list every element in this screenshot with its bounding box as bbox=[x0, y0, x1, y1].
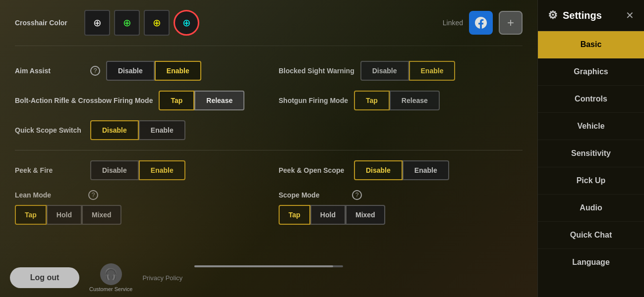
logout-button[interactable]: Log out bbox=[10, 267, 79, 288]
shotgun-tap[interactable]: Tap bbox=[354, 91, 390, 110]
linked-label: Linked bbox=[443, 19, 463, 27]
shotgun-label: Shotgun Firing Mode bbox=[279, 97, 348, 104]
nav-item-controls[interactable]: Controls bbox=[538, 86, 644, 113]
crosshair-icon-cyan: ⊕ bbox=[182, 18, 191, 28]
aim-assist-row: Aim Assist ? Disable Enable bbox=[15, 61, 259, 81]
main-content: Crosshair Color ⊕ ⊕ ⊕ ⊕ Linked + bbox=[0, 0, 537, 297]
peek-fire-buttons: Disable Enable bbox=[90, 160, 185, 180]
aim-assist-label: Aim Assist bbox=[15, 67, 84, 75]
peek-scope-buttons: Disable Enable bbox=[354, 160, 449, 180]
facebook-icon bbox=[475, 17, 487, 29]
bolt-action-row: Bolt-Action Rifle & Crossbow Firing Mode… bbox=[15, 91, 259, 110]
privacy-policy-link[interactable]: Privacy Policy bbox=[142, 274, 182, 282]
peek-scope-label: Peek & Open Scope bbox=[279, 166, 348, 174]
blocked-sight-enable[interactable]: Enable bbox=[409, 61, 456, 81]
crosshair-button-group: ⊕ ⊕ ⊕ ⊕ bbox=[84, 10, 199, 36]
lean-mode-label: Lean Mode bbox=[15, 191, 84, 199]
nav-item-quickchat[interactable]: Quick Chat bbox=[538, 222, 644, 249]
lean-mode-section: Lean Mode ? Tap Hold Mixed bbox=[15, 190, 259, 225]
lean-mode-mixed[interactable]: Mixed bbox=[82, 205, 121, 225]
settings-grid: Aim Assist ? Disable Enable Blocked Sigh… bbox=[15, 61, 523, 140]
scroll-bar[interactable] bbox=[194, 265, 343, 267]
peek-scope-row: Peek & Open Scope Disable Enable bbox=[279, 160, 523, 180]
scope-mode-buttons: Tap Hold Mixed bbox=[279, 205, 523, 225]
scope-mode-tap[interactable]: Tap bbox=[279, 205, 310, 225]
sidebar: ⚙ Settings ✕ Basic Graphics Controls Veh… bbox=[537, 0, 644, 297]
crosshair-section: Crosshair Color ⊕ ⊕ ⊕ ⊕ Linked + bbox=[15, 10, 523, 46]
nav-item-audio[interactable]: Audio bbox=[538, 195, 644, 222]
nav-item-pickup[interactable]: Pick Up bbox=[538, 167, 644, 195]
nav-item-sensitivity[interactable]: Sensitivity bbox=[538, 140, 644, 167]
sidebar-nav: Basic Graphics Controls Vehicle Sensitiv… bbox=[538, 31, 644, 297]
nav-item-graphics[interactable]: Graphics bbox=[538, 58, 644, 86]
scope-mode-label: Scope Mode bbox=[279, 191, 348, 199]
scope-mode-mixed[interactable]: Mixed bbox=[346, 205, 385, 225]
peek-fire-label: Peek & Fire bbox=[15, 166, 84, 174]
aim-assist-disable[interactable]: Disable bbox=[106, 61, 155, 81]
shotgun-release[interactable]: Release bbox=[390, 91, 440, 110]
nav-item-language[interactable]: Language bbox=[538, 249, 644, 276]
blocked-sight-label: Blocked Sight Warning bbox=[279, 67, 354, 75]
quick-scope-disable[interactable]: Disable bbox=[90, 120, 139, 140]
scroll-thumb bbox=[194, 265, 333, 267]
linked-section: Linked + bbox=[443, 11, 523, 35]
quick-scope-enable[interactable]: Enable bbox=[139, 120, 185, 140]
blocked-sight-row: Blocked Sight Warning Disable Enable bbox=[279, 61, 523, 81]
crosshair-btn-white[interactable]: ⊕ bbox=[84, 10, 110, 36]
quick-scope-row: Quick Scope Switch Disable Enable bbox=[15, 120, 259, 140]
sidebar-title: ⚙ Settings bbox=[548, 9, 602, 22]
plus-icon: + bbox=[507, 17, 514, 29]
empty-cell bbox=[279, 120, 523, 140]
customer-service-button[interactable]: 🎧 Customer Service bbox=[89, 263, 132, 292]
crosshair-btn-yellow[interactable]: ⊕ bbox=[144, 10, 170, 36]
crosshair-icon-green: ⊕ bbox=[123, 18, 131, 28]
aim-assist-enable[interactable]: Enable bbox=[155, 61, 201, 81]
lean-mode-help[interactable]: ? bbox=[88, 190, 98, 200]
scope-mode-section: Scope Mode ? Tap Hold Mixed bbox=[279, 190, 523, 225]
crosshair-label: Crosshair Color bbox=[15, 19, 84, 27]
scope-mode-header: Scope Mode ? bbox=[279, 190, 523, 200]
peek-fire-disable[interactable]: Disable bbox=[90, 160, 139, 180]
facebook-button[interactable] bbox=[469, 11, 493, 35]
scope-mode-hold[interactable]: Hold bbox=[310, 205, 346, 225]
sidebar-title-text: Settings bbox=[563, 10, 602, 21]
bottom-grid: Peek & Fire Disable Enable Peek & Open S… bbox=[15, 160, 523, 225]
quick-scope-buttons: Disable Enable bbox=[90, 120, 185, 140]
crosshair-icon-white: ⊕ bbox=[93, 18, 102, 28]
shotgun-buttons: Tap Release bbox=[354, 91, 440, 110]
lean-mode-buttons: Tap Hold Mixed bbox=[15, 205, 259, 225]
nav-item-vehicle[interactable]: Vehicle bbox=[538, 113, 644, 140]
blocked-sight-buttons: Disable Enable bbox=[360, 61, 456, 81]
crosshair-icon-yellow: ⊕ bbox=[153, 18, 161, 28]
nav-item-basic[interactable]: Basic bbox=[538, 31, 644, 58]
bolt-action-release[interactable]: Release bbox=[194, 91, 244, 110]
bolt-action-tap[interactable]: Tap bbox=[159, 91, 194, 110]
aim-assist-help[interactable]: ? bbox=[90, 66, 100, 76]
bolt-action-label: Bolt-Action Rifle & Crossbow Firing Mode bbox=[15, 96, 153, 105]
customer-service-label: Customer Service bbox=[89, 286, 132, 292]
peek-scope-enable[interactable]: Enable bbox=[403, 160, 449, 180]
peek-fire-enable[interactable]: Enable bbox=[139, 160, 185, 180]
blocked-sight-disable[interactable]: Disable bbox=[360, 61, 409, 81]
customer-service-icon: 🎧 bbox=[100, 263, 122, 285]
peek-scope-disable[interactable]: Disable bbox=[354, 160, 403, 180]
gear-icon: ⚙ bbox=[548, 9, 558, 22]
quick-scope-label: Quick Scope Switch bbox=[15, 126, 84, 134]
section-divider bbox=[15, 150, 523, 150]
bolt-action-buttons: Tap Release bbox=[159, 91, 244, 110]
sidebar-header: ⚙ Settings ✕ bbox=[538, 0, 644, 31]
lean-mode-hold[interactable]: Hold bbox=[47, 205, 82, 225]
shotgun-row: Shotgun Firing Mode Tap Release bbox=[279, 91, 523, 110]
scope-mode-help[interactable]: ? bbox=[352, 190, 362, 200]
close-icon[interactable]: ✕ bbox=[626, 9, 634, 21]
add-account-button[interactable]: + bbox=[499, 11, 523, 35]
lean-mode-header: Lean Mode ? bbox=[15, 190, 259, 200]
crosshair-btn-green[interactable]: ⊕ bbox=[114, 10, 140, 36]
peek-fire-row: Peek & Fire Disable Enable bbox=[15, 160, 259, 180]
aim-assist-buttons: Disable Enable bbox=[106, 61, 201, 81]
lean-mode-tap[interactable]: Tap bbox=[15, 205, 47, 225]
crosshair-btn-cyan[interactable]: ⊕ bbox=[174, 10, 199, 36]
bottom-section: Peek & Fire Disable Enable Peek & Open S… bbox=[15, 160, 523, 225]
footer: Log out 🎧 Customer Service Privacy Polic… bbox=[0, 258, 537, 297]
